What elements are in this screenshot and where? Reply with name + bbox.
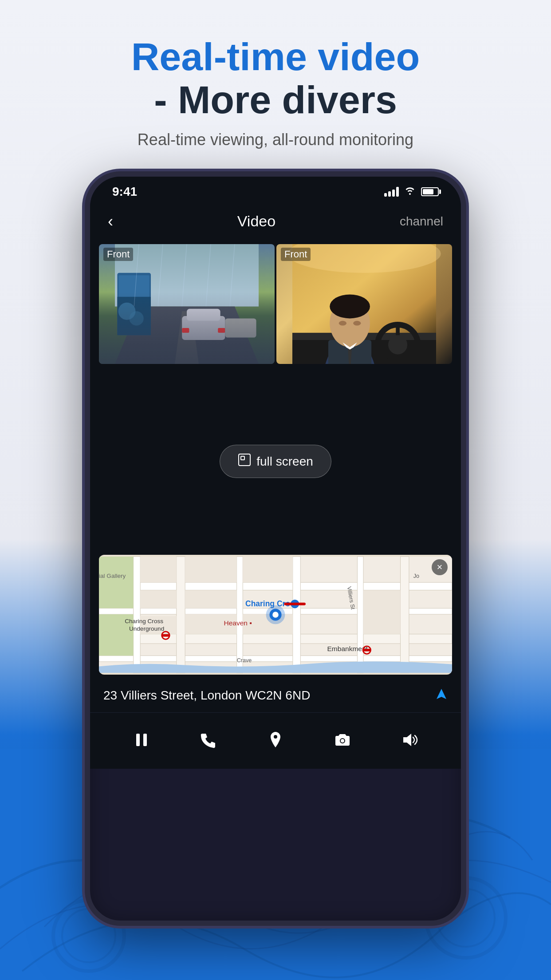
svg-rect-44: [99, 582, 452, 590]
pause-button[interactable]: [126, 725, 157, 756]
location-bar: 23 Villiers Street, London WC2N 6ND: [90, 679, 461, 712]
svg-point-86: [341, 739, 344, 743]
video-grid: Front: [90, 244, 461, 364]
header-section: Real-time video - More divers Real-time …: [131, 0, 420, 149]
svg-rect-16: [182, 328, 189, 333]
close-icon: ×: [437, 561, 443, 573]
svg-rect-56: [243, 557, 293, 582]
phone-mockup: 9:41 ‹ Video: [85, 171, 466, 926]
camera-button[interactable]: [327, 725, 358, 756]
svg-rect-75: [162, 634, 169, 636]
header-title-line2: - More divers: [131, 79, 420, 122]
svg-rect-51: [293, 557, 300, 673]
svg-rect-83: [136, 734, 140, 746]
svg-rect-59: [363, 590, 400, 634]
svg-rect-63: [99, 557, 134, 608]
pause-icon: [132, 730, 151, 751]
nav-bar: ‹ Video channel: [90, 203, 461, 240]
location-address: 23 Villiers Street, London WC2N 6ND: [103, 688, 310, 703]
map-svg: Charing Cro Heaven ▪ Charing Cross Under…: [99, 555, 452, 675]
svg-text:Underground: Underground: [129, 625, 164, 632]
svg-point-39: [353, 320, 361, 325]
phone-icon: [199, 730, 218, 751]
map-close-button[interactable]: ×: [432, 559, 448, 575]
call-button[interactable]: [193, 725, 224, 756]
svg-point-12: [118, 302, 136, 320]
svg-rect-10: [119, 275, 150, 297]
svg-text:Crave: Crave: [237, 657, 252, 663]
svg-text:Charing Cross: Charing Cross: [125, 618, 163, 624]
map-container: Charing Cro Heaven ▪ Charing Cross Under…: [90, 555, 461, 679]
status-bar: 9:41: [90, 177, 461, 203]
svg-rect-18: [225, 318, 256, 337]
svg-rect-58: [185, 590, 236, 608]
volume-button[interactable]: [394, 725, 425, 756]
svg-rect-49: [177, 557, 185, 673]
svg-rect-54: [140, 557, 177, 582]
header-description: Real-time viewing, all-round monitoring: [131, 130, 420, 149]
svg-text:Jo: Jo: [413, 573, 419, 579]
video-label-1: Front: [103, 248, 133, 261]
svg-rect-11: [117, 296, 151, 335]
svg-point-37: [330, 294, 370, 318]
svg-rect-57: [140, 590, 177, 608]
svg-rect-79: [363, 648, 370, 651]
svg-rect-55: [185, 557, 236, 582]
interior-feed: [276, 244, 452, 364]
fullscreen-label: full screen: [256, 454, 313, 469]
video-cell-front-exterior[interactable]: Front: [99, 244, 275, 364]
svg-point-67: [272, 612, 279, 618]
phone-frame: 9:41 ‹ Video: [85, 171, 466, 926]
volume-icon: [400, 730, 419, 751]
svg-rect-70: [284, 602, 306, 605]
svg-rect-48: [134, 557, 141, 673]
svg-marker-7: [115, 306, 259, 364]
svg-rect-47: [99, 656, 452, 662]
svg-rect-15: [187, 308, 220, 320]
fullscreen-button[interactable]: full screen: [220, 445, 331, 478]
back-button[interactable]: ‹: [108, 212, 113, 231]
bottom-controls: [90, 712, 461, 769]
svg-rect-17: [218, 328, 225, 333]
location-button[interactable]: [260, 725, 291, 756]
svg-point-29: [388, 335, 407, 354]
dark-middle-area: full screen: [90, 368, 461, 555]
fullscreen-icon: [238, 453, 251, 470]
nav-title: Video: [237, 213, 276, 230]
svg-text:Charing Cro: Charing Cro: [245, 599, 290, 608]
svg-text:Heaven ▪: Heaven ▪: [224, 619, 252, 627]
svg-text:ial Gallery: ial Gallery: [99, 573, 126, 579]
signal-icon: [384, 187, 399, 197]
channel-button[interactable]: channel: [400, 214, 443, 229]
svg-point-38: [339, 320, 346, 325]
svg-rect-84: [143, 734, 147, 746]
svg-marker-8: [175, 311, 199, 364]
video-cell-front-interior[interactable]: Front: [276, 244, 452, 364]
location-icon: [266, 730, 285, 751]
map-view[interactable]: Charing Cro Heaven ▪ Charing Cross Under…: [99, 555, 452, 675]
svg-rect-53: [401, 557, 409, 673]
svg-rect-46: [99, 634, 452, 643]
wifi-icon: [404, 186, 416, 198]
svg-rect-42: [241, 456, 244, 460]
video-section: Front: [90, 240, 461, 368]
header-title-line1: Real-time video: [131, 36, 420, 79]
camera-icon: [333, 730, 352, 751]
battery-icon: [421, 187, 439, 196]
svg-rect-50: [237, 557, 243, 673]
svg-marker-87: [403, 734, 411, 746]
status-time: 9:41: [112, 185, 137, 199]
svg-text:Embankment: Embankment: [327, 645, 368, 652]
navigation-arrow-icon[interactable]: [435, 688, 448, 703]
svg-rect-14: [182, 316, 225, 340]
exterior-feed: [99, 244, 275, 364]
svg-rect-52: [357, 557, 363, 673]
video-label-2: Front: [281, 248, 311, 261]
status-icons: [384, 186, 439, 198]
svg-point-13: [129, 311, 143, 325]
